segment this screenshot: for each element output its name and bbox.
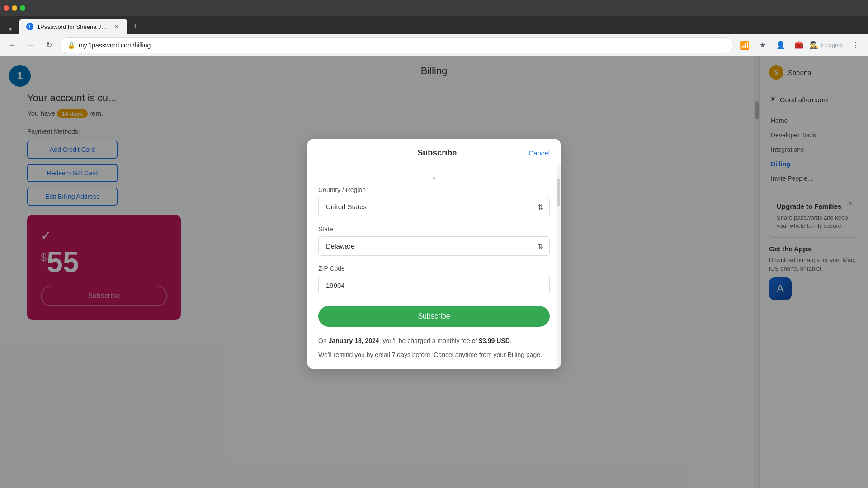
close-window-btn[interactable] [4, 5, 9, 11]
maximize-window-btn[interactable] [20, 5, 25, 11]
billing-date: January 18, 2024 [329, 337, 379, 344]
country-select-wrapper: United States ⇅ [318, 197, 550, 216]
billing-info-line1: On January 18, 2024, you'll be charged a… [318, 336, 550, 346]
tab-title: 1Password for Sheena Jones [37, 23, 109, 30]
active-tab[interactable]: 1 1Password for Sheena Jones ✕ [19, 19, 127, 34]
modal-scrollbar[interactable] [557, 165, 561, 369]
zip-input[interactable] [318, 276, 550, 295]
menu-btn[interactable]: ⋮ [848, 38, 863, 52]
minimize-window-btn[interactable] [12, 5, 17, 11]
bookmark-icon[interactable]: ★ [755, 38, 770, 52]
reload-btn[interactable]: ↻ [42, 38, 56, 52]
cast-icon[interactable]: 📶 [737, 38, 752, 52]
country-label: Country / Region [318, 186, 550, 193]
country-select[interactable]: United States [318, 197, 550, 216]
tab-close-btn[interactable]: ✕ [113, 23, 120, 30]
tab-group-btn[interactable]: ▼ [4, 23, 17, 34]
page-background: 1 Billing Your account is cu... You have… [0, 56, 868, 488]
modal-overlay: Subscribe Cancel ▲ Country / Region [0, 56, 868, 488]
incognito-label[interactable]: 🕵 Incognito [810, 41, 844, 49]
subscribe-modal: Subscribe Cancel ▲ Country / Region [307, 139, 561, 369]
billing-amount: $3.99 USD [479, 337, 509, 344]
tab-favicon: 1 [26, 23, 33, 30]
billing-info-line2: We'll remind you by email 7 days before.… [318, 350, 550, 360]
modal-body: ▲ Country / Region United States ⇅ [307, 165, 561, 369]
country-region-group: Country / Region United States ⇅ [318, 186, 550, 216]
modal-cancel-btn[interactable]: Cancel [528, 149, 550, 157]
browser-frame: ▼ 1 1Password for Sheena Jones ✕ + ← → ↻… [0, 0, 868, 488]
profile-icon[interactable]: 👤 [774, 38, 788, 52]
state-select[interactable]: Delaware [318, 236, 550, 256]
scroll-up-indicator: ▲ [318, 174, 550, 186]
new-tab-btn[interactable]: + [129, 20, 142, 33]
url-text: my.1password.com/billing [79, 42, 726, 49]
billing-info: On January 18, 2024, you'll be charged a… [318, 336, 550, 360]
forward-btn[interactable]: → [24, 38, 38, 52]
page-content: 1 Billing Your account is cu... You have… [0, 56, 868, 488]
modal-header: Subscribe Cancel [307, 139, 561, 165]
lock-icon: 🔒 [67, 42, 75, 49]
main-area: 1 Billing Your account is cu... You have… [0, 56, 868, 488]
subscribe-btn[interactable]: Subscribe [318, 306, 550, 327]
modal-title: Subscribe [417, 148, 457, 158]
title-bar [0, 0, 868, 16]
zip-label: ZIP Code [318, 265, 550, 272]
address-bar[interactable]: 🔒 my.1password.com/billing [60, 37, 734, 53]
state-select-wrapper: Delaware ⇅ [318, 236, 550, 256]
modal-scrollbar-thumb[interactable] [557, 179, 560, 206]
zip-code-group: ZIP Code [318, 265, 550, 295]
back-btn[interactable]: ← [5, 38, 20, 52]
window-controls [4, 5, 25, 11]
tab-bar: ▼ 1 1Password for Sheena Jones ✕ + [0, 16, 868, 34]
toolbar: ← → ↻ 🔒 my.1password.com/billing 📶 ★ 👤 🧰… [0, 34, 868, 56]
extensions-icon[interactable]: 🧰 [792, 38, 806, 52]
state-group: State Delaware ⇅ [318, 225, 550, 256]
incognito-icon: 🕵 [810, 41, 819, 49]
state-label: State [318, 225, 550, 233]
